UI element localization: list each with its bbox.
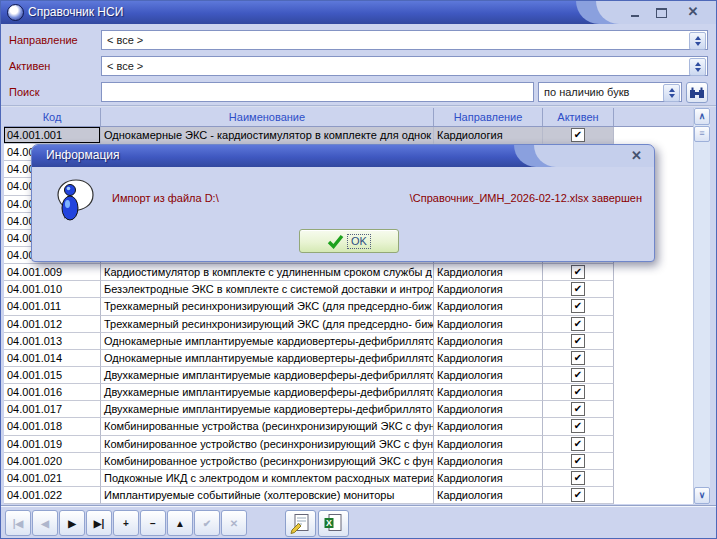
active-checkbox-icon[interactable]: ✔ (571, 402, 585, 416)
column-header-direction[interactable]: Направление (434, 108, 543, 126)
nav-insert-button[interactable]: + (113, 510, 139, 536)
active-checkbox-icon[interactable]: ✔ (571, 419, 585, 433)
direction-combobox[interactable]: < все > (101, 30, 708, 50)
table-row[interactable]: 04.001.017Двухкамерные имплантируемые ка… (4, 401, 693, 418)
table-row[interactable]: 04.001.018Комбинированные устройства (ре… (4, 418, 693, 435)
table-row[interactable]: 04.001.019Комбинированное устройство (ре… (4, 436, 693, 453)
active-checkbox-icon[interactable]: ✔ (571, 351, 585, 365)
excel-icon: X (323, 513, 344, 534)
cell-active: ✔ (543, 384, 614, 401)
chevron-updown-icon[interactable] (689, 58, 706, 76)
active-checkbox-icon[interactable]: ✔ (571, 128, 585, 142)
column-header-name[interactable]: Наименование (101, 108, 434, 126)
table-row[interactable]: 04.001.021Подкожные ИКД с электродом и к… (4, 470, 693, 487)
chevron-updown-icon[interactable] (663, 84, 680, 102)
close-icon[interactable]: ✕ (684, 5, 702, 20)
active-checkbox-icon[interactable]: ✔ (571, 265, 585, 279)
search-input[interactable] (101, 82, 534, 102)
scroll-up-icon[interactable]: ∧ (694, 108, 710, 125)
active-checkbox-icon[interactable]: ✔ (571, 454, 585, 468)
active-combobox-value: < все > (107, 60, 143, 72)
cell-code: 04.001.012 (4, 316, 101, 333)
binoculars-icon (689, 86, 705, 99)
table-row[interactable]: 04.001.020Комбинированное устройство (ре… (4, 453, 693, 470)
cell-direction: Кардиология (434, 316, 543, 333)
active-combobox[interactable]: < все > (101, 56, 708, 76)
active-checkbox-icon[interactable]: ✔ (571, 385, 585, 399)
vertical-scrollbar: ∧ ≡ ∨ (693, 108, 710, 504)
cell-direction: Кардиология (434, 127, 543, 144)
table-row[interactable]: 04.001.016Двухкамерные имплантируемые ка… (4, 384, 693, 401)
cell-name: Двухкамерные имплантируемые кардиоверфер… (101, 367, 434, 384)
scrollbar-thumb[interactable]: ≡ (694, 126, 710, 142)
cell-name: Кардиостимулятор в комплекте с удлиненны… (101, 264, 434, 281)
cell-filler (614, 298, 693, 315)
table-row[interactable]: 04.001.001Однокамерные ЭКС - кардиостиму… (4, 127, 693, 144)
active-checkbox-icon[interactable]: ✔ (571, 299, 585, 313)
active-checkbox-icon[interactable]: ✔ (571, 437, 585, 451)
cell-direction: Кардиология (434, 264, 543, 281)
cell-code: 04.001.015 (4, 367, 101, 384)
active-checkbox-icon[interactable]: ✔ (571, 317, 585, 331)
table-row[interactable]: 04.001.015Двухкамерные имплантируемые ка… (4, 367, 693, 384)
column-header-code[interactable]: Код (4, 108, 101, 126)
table-row[interactable]: 04.001.011Трехкамерный ресинхронизирующи… (4, 298, 693, 315)
active-checkbox-icon[interactable]: ✔ (571, 471, 585, 485)
maximize-icon[interactable] (652, 5, 670, 20)
grid-header: Код Наименование Направление Активен (4, 108, 693, 127)
cell-active: ✔ (543, 401, 614, 418)
nav-next-button[interactable]: ▶ (59, 510, 85, 536)
import-file-icon (290, 513, 311, 534)
cell-name: Трехкамерный ресинхронизирующий ЭКС (для… (101, 298, 434, 315)
cell-filler (614, 436, 693, 453)
cell-code: 04.001.013 (4, 333, 101, 350)
cell-filler (614, 470, 693, 487)
cell-code: 04.001.011 (4, 298, 101, 315)
cell-code: 04.001.016 (4, 384, 101, 401)
cell-filler (614, 418, 693, 435)
table-row[interactable]: 04.001.012Трехкамерный ресинхронизирующи… (4, 316, 693, 333)
search-mode-combobox[interactable]: по наличию букв (538, 82, 682, 102)
chevron-updown-icon[interactable] (689, 32, 706, 50)
export-excel-button[interactable]: X (318, 510, 349, 537)
dialog-close-icon[interactable]: ✕ (631, 148, 642, 163)
import-button[interactable] (285, 510, 316, 537)
scroll-down-icon[interactable]: ∨ (694, 487, 710, 504)
info-person-icon (56, 179, 94, 225)
active-checkbox-icon[interactable]: ✔ (571, 282, 585, 296)
search-button[interactable] (686, 82, 708, 103)
minimize-icon[interactable] (626, 5, 644, 20)
active-checkbox-icon[interactable]: ✔ (571, 334, 585, 348)
cell-filler (614, 384, 693, 401)
cell-name: Трехкамерный ресинхронизирующий ЭКС (для… (101, 316, 434, 333)
search-mode-value: по наличию букв (544, 86, 629, 98)
cell-code: 04.001.017 (4, 401, 101, 418)
column-header-filler (614, 108, 693, 126)
active-checkbox-icon[interactable]: ✔ (571, 488, 585, 502)
column-header-active[interactable]: Активен (543, 108, 614, 126)
nav-edit-button[interactable]: ▲ (167, 510, 193, 536)
table-row[interactable]: 04.001.010Безэлектродные ЭКС в комплекте… (4, 281, 693, 298)
cell-active: ✔ (543, 453, 614, 470)
ok-button[interactable]: OK (299, 229, 399, 253)
active-checkbox-icon[interactable]: ✔ (571, 368, 585, 382)
nav-last-button[interactable]: ▶| (86, 510, 112, 536)
separator (1, 105, 717, 107)
table-row[interactable]: 04.001.022Имплантируемые событийные (хол… (4, 487, 693, 504)
cell-code: 04.001.022 (4, 487, 101, 504)
cell-name: Имплантируемые событийные (холтеровские)… (101, 487, 434, 504)
table-row[interactable]: 04.001.009Кардиостимулятор в комплекте с… (4, 264, 693, 281)
cell-active: ✔ (543, 367, 614, 384)
cell-direction: Кардиология (434, 453, 543, 470)
table-row[interactable]: 04.001.014Однокамерные имплантируемые ка… (4, 350, 693, 367)
cell-active: ✔ (543, 281, 614, 298)
nav-delete-button[interactable]: − (140, 510, 166, 536)
cell-filler (614, 281, 693, 298)
table-row[interactable]: 04.001.013Однокамерные имплантируемые ка… (4, 333, 693, 350)
cell-name: Подкожные ИКД с электродом и комплектом … (101, 470, 434, 487)
cell-name: Однокамерные ЭКС - кардиостимулятор в ко… (101, 127, 434, 144)
bottom-toolbar: |◀◀▶▶|+−▲✔✕ X (1, 505, 717, 539)
cell-direction: Кардиология (434, 367, 543, 384)
cell-code: 04.001.001 (4, 127, 101, 144)
cell-filler (614, 487, 693, 504)
